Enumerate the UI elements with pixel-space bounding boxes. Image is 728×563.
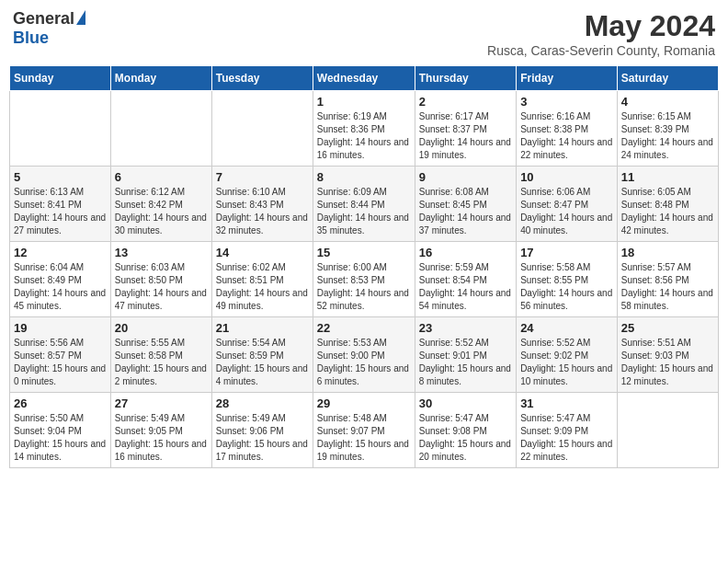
calendar-cell: 25Sunrise: 5:51 AM Sunset: 9:03 PM Dayli… — [617, 317, 718, 393]
day-number: 9 — [419, 170, 512, 184]
day-info: Sunrise: 5:52 AM Sunset: 9:01 PM Dayligh… — [419, 337, 512, 388]
calendar-cell — [10, 91, 111, 167]
calendar-cell: 9Sunrise: 6:08 AM Sunset: 8:45 PM Daylig… — [415, 167, 516, 242]
calendar-cell: 24Sunrise: 5:52 AM Sunset: 9:02 PM Dayli… — [517, 317, 618, 393]
day-number: 1 — [317, 95, 411, 109]
calendar-cell — [617, 393, 718, 468]
day-number: 11 — [621, 170, 714, 184]
day-info: Sunrise: 5:56 AM Sunset: 8:57 PM Dayligh… — [14, 337, 107, 388]
day-number: 6 — [115, 170, 208, 184]
calendar-cell: 6Sunrise: 6:12 AM Sunset: 8:42 PM Daylig… — [110, 167, 211, 242]
calendar-cell: 17Sunrise: 5:58 AM Sunset: 8:55 PM Dayli… — [517, 242, 618, 317]
calendar-week-row: 1Sunrise: 6:19 AM Sunset: 8:36 PM Daylig… — [10, 91, 719, 167]
day-info: Sunrise: 5:54 AM Sunset: 8:59 PM Dayligh… — [216, 337, 309, 388]
weekday-header-row: SundayMondayTuesdayWednesdayThursdayFrid… — [10, 66, 719, 91]
day-number: 12 — [14, 246, 107, 259]
weekday-header-monday: Monday — [110, 66, 211, 91]
calendar-cell: 22Sunrise: 5:53 AM Sunset: 9:00 PM Dayli… — [313, 317, 415, 393]
calendar-cell: 28Sunrise: 5:49 AM Sunset: 9:06 PM Dayli… — [211, 393, 313, 468]
day-info: Sunrise: 5:49 AM Sunset: 9:05 PM Dayligh… — [115, 412, 208, 464]
calendar-cell: 16Sunrise: 5:59 AM Sunset: 8:54 PM Dayli… — [415, 242, 516, 317]
day-info: Sunrise: 6:05 AM Sunset: 8:48 PM Dayligh… — [621, 186, 714, 237]
day-info: Sunrise: 6:08 AM Sunset: 8:45 PM Dayligh… — [419, 186, 512, 237]
calendar-cell: 30Sunrise: 5:47 AM Sunset: 9:08 PM Dayli… — [415, 393, 516, 468]
calendar-cell: 13Sunrise: 6:03 AM Sunset: 8:50 PM Dayli… — [110, 242, 211, 317]
day-number: 24 — [520, 321, 613, 335]
calendar-week-row: 12Sunrise: 6:04 AM Sunset: 8:49 PM Dayli… — [10, 242, 719, 317]
day-info: Sunrise: 6:02 AM Sunset: 8:51 PM Dayligh… — [216, 261, 309, 313]
calendar-cell: 11Sunrise: 6:05 AM Sunset: 8:48 PM Dayli… — [617, 167, 718, 242]
day-info: Sunrise: 5:55 AM Sunset: 8:58 PM Dayligh… — [115, 337, 208, 388]
calendar-cell: 8Sunrise: 6:09 AM Sunset: 8:44 PM Daylig… — [313, 167, 415, 242]
day-number: 23 — [419, 321, 512, 335]
day-number: 3 — [520, 95, 613, 109]
day-number: 20 — [115, 321, 208, 335]
day-info: Sunrise: 6:03 AM Sunset: 8:50 PM Dayligh… — [115, 261, 208, 313]
day-info: Sunrise: 6:09 AM Sunset: 8:44 PM Dayligh… — [317, 186, 411, 237]
day-info: Sunrise: 6:16 AM Sunset: 8:38 PM Dayligh… — [520, 110, 613, 162]
day-number: 5 — [14, 170, 107, 184]
title-section: May 2024 Rusca, Caras-Severin County, Ro… — [487, 9, 715, 58]
calendar-cell: 7Sunrise: 6:10 AM Sunset: 8:43 PM Daylig… — [211, 167, 313, 242]
day-number: 2 — [419, 95, 512, 109]
day-info: Sunrise: 6:00 AM Sunset: 8:53 PM Dayligh… — [317, 261, 411, 313]
day-info: Sunrise: 6:13 AM Sunset: 8:41 PM Dayligh… — [14, 186, 107, 237]
day-number: 7 — [216, 170, 309, 184]
day-number: 27 — [115, 396, 208, 410]
day-info: Sunrise: 5:57 AM Sunset: 8:56 PM Dayligh… — [621, 261, 714, 313]
weekday-header-tuesday: Tuesday — [211, 66, 313, 91]
day-info: Sunrise: 5:53 AM Sunset: 9:00 PM Dayligh… — [317, 337, 411, 388]
day-number: 31 — [520, 396, 613, 410]
page-header: General Blue May 2024 Rusca, Caras-Sever… — [9, 9, 719, 58]
day-number: 28 — [216, 396, 309, 410]
day-number: 22 — [317, 321, 411, 335]
weekday-header-saturday: Saturday — [617, 66, 718, 91]
calendar-cell: 29Sunrise: 5:48 AM Sunset: 9:07 PM Dayli… — [313, 393, 415, 468]
calendar-title: May 2024 — [487, 9, 715, 43]
calendar-cell: 31Sunrise: 5:47 AM Sunset: 9:09 PM Dayli… — [517, 393, 618, 468]
calendar-cell: 1Sunrise: 6:19 AM Sunset: 8:36 PM Daylig… — [313, 91, 415, 167]
day-info: Sunrise: 5:49 AM Sunset: 9:06 PM Dayligh… — [216, 412, 309, 464]
calendar-cell: 3Sunrise: 6:16 AM Sunset: 8:38 PM Daylig… — [517, 91, 618, 167]
calendar-cell: 10Sunrise: 6:06 AM Sunset: 8:47 PM Dayli… — [517, 167, 618, 242]
day-info: Sunrise: 5:50 AM Sunset: 9:04 PM Dayligh… — [14, 412, 107, 464]
day-info: Sunrise: 6:10 AM Sunset: 8:43 PM Dayligh… — [216, 186, 309, 237]
day-number: 29 — [317, 396, 411, 410]
calendar-cell: 21Sunrise: 5:54 AM Sunset: 8:59 PM Dayli… — [211, 317, 313, 393]
day-number: 18 — [621, 246, 714, 259]
day-number: 26 — [14, 396, 107, 410]
calendar-cell — [110, 91, 211, 167]
calendar-subtitle: Rusca, Caras-Severin County, Romania — [487, 43, 715, 58]
day-number: 4 — [621, 95, 714, 109]
day-number: 16 — [419, 246, 512, 259]
day-info: Sunrise: 6:15 AM Sunset: 8:39 PM Dayligh… — [621, 110, 714, 162]
calendar-week-row: 5Sunrise: 6:13 AM Sunset: 8:41 PM Daylig… — [10, 167, 719, 242]
calendar-cell: 4Sunrise: 6:15 AM Sunset: 8:39 PM Daylig… — [617, 91, 718, 167]
day-info: Sunrise: 6:17 AM Sunset: 8:37 PM Dayligh… — [419, 110, 512, 162]
calendar-table: SundayMondayTuesdayWednesdayThursdayFrid… — [9, 65, 719, 468]
day-info: Sunrise: 5:58 AM Sunset: 8:55 PM Dayligh… — [520, 261, 613, 313]
day-info: Sunrise: 5:48 AM Sunset: 9:07 PM Dayligh… — [317, 412, 411, 464]
calendar-cell: 23Sunrise: 5:52 AM Sunset: 9:01 PM Dayli… — [415, 317, 516, 393]
weekday-header-sunday: Sunday — [10, 66, 111, 91]
calendar-cell: 2Sunrise: 6:17 AM Sunset: 8:37 PM Daylig… — [415, 91, 516, 167]
calendar-cell: 18Sunrise: 5:57 AM Sunset: 8:56 PM Dayli… — [617, 242, 718, 317]
calendar-cell: 20Sunrise: 5:55 AM Sunset: 8:58 PM Dayli… — [110, 317, 211, 393]
day-info: Sunrise: 5:59 AM Sunset: 8:54 PM Dayligh… — [419, 261, 512, 313]
day-info: Sunrise: 5:51 AM Sunset: 9:03 PM Dayligh… — [621, 337, 714, 388]
calendar-week-row: 19Sunrise: 5:56 AM Sunset: 8:57 PM Dayli… — [10, 317, 719, 393]
calendar-cell: 5Sunrise: 6:13 AM Sunset: 8:41 PM Daylig… — [10, 167, 111, 242]
day-number: 30 — [419, 396, 512, 410]
day-info: Sunrise: 6:19 AM Sunset: 8:36 PM Dayligh… — [317, 110, 411, 162]
day-number: 13 — [115, 246, 208, 259]
logo-blue-text: Blue — [13, 29, 49, 48]
day-info: Sunrise: 6:12 AM Sunset: 8:42 PM Dayligh… — [115, 186, 208, 237]
day-number: 25 — [621, 321, 714, 335]
calendar-cell — [211, 91, 313, 167]
calendar-week-row: 26Sunrise: 5:50 AM Sunset: 9:04 PM Dayli… — [10, 393, 719, 468]
day-info: Sunrise: 6:06 AM Sunset: 8:47 PM Dayligh… — [520, 186, 613, 237]
logo-triangle-icon — [76, 10, 85, 25]
weekday-header-friday: Friday — [517, 66, 618, 91]
weekday-header-wednesday: Wednesday — [313, 66, 415, 91]
logo: General Blue — [13, 9, 85, 48]
